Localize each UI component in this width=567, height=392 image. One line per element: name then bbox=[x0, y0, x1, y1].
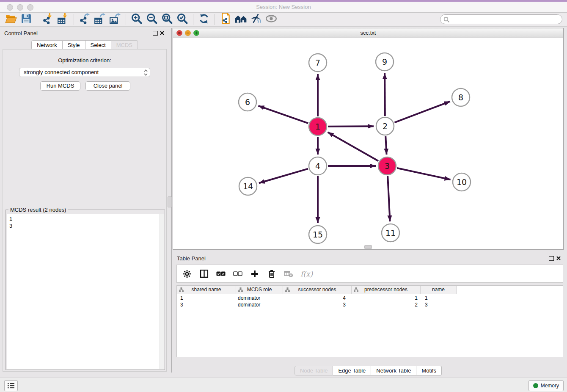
zoom-out-icon bbox=[146, 13, 158, 26]
edge-1-2[interactable] bbox=[328, 126, 374, 127]
graph-node-6[interactable]: 6 bbox=[239, 93, 256, 111]
export-image-button[interactable] bbox=[107, 13, 123, 26]
home-button[interactable] bbox=[233, 13, 248, 26]
tab-style[interactable]: Style bbox=[63, 40, 85, 50]
column-header-shared-name[interactable]: shared name bbox=[177, 286, 236, 294]
graph-node-15[interactable]: 15 bbox=[309, 226, 327, 243]
run-mcds-button[interactable]: Run MCDS bbox=[40, 81, 80, 91]
selected-option: strongly connected component bbox=[24, 69, 99, 75]
memory-status-icon bbox=[533, 383, 538, 388]
window-resize-grip[interactable] bbox=[364, 245, 372, 249]
open-session-button[interactable] bbox=[3, 13, 19, 26]
graph-node-1[interactable]: 1 bbox=[309, 118, 327, 135]
close-panel-button[interactable]: Close panel bbox=[85, 81, 130, 91]
graph-node-14[interactable]: 14 bbox=[239, 177, 257, 195]
show-hide-button[interactable] bbox=[264, 13, 279, 26]
zoom-in-button[interactable] bbox=[129, 13, 144, 26]
table-settings-button[interactable] bbox=[182, 269, 192, 279]
show-column-button[interactable] bbox=[199, 269, 209, 279]
column-header-successor-nodes[interactable]: successor nodes bbox=[283, 286, 352, 294]
graph-node-2[interactable]: 2 bbox=[376, 117, 394, 135]
zoom-out-button[interactable] bbox=[144, 13, 160, 26]
panel-divider-grip[interactable] bbox=[168, 196, 172, 207]
svg-text:2: 2 bbox=[383, 121, 388, 131]
import-network-button[interactable] bbox=[40, 13, 55, 26]
tab-network-table[interactable]: Network Table bbox=[371, 366, 416, 375]
svg-text:11: 11 bbox=[385, 228, 396, 237]
float-table-panel-icon[interactable] bbox=[549, 256, 554, 261]
graph-node-3[interactable]: 3 bbox=[378, 157, 396, 175]
memory-button[interactable]: Memory bbox=[528, 380, 564, 391]
network-canvas-svg: 1234678910111415 bbox=[173, 38, 563, 250]
first-neighbors-button[interactable] bbox=[218, 13, 233, 26]
zoom-selected-button[interactable] bbox=[175, 13, 190, 26]
task-history-button[interactable] bbox=[4, 380, 18, 391]
svg-text:4: 4 bbox=[315, 161, 320, 171]
graphics-details-button[interactable] bbox=[248, 13, 264, 26]
table-panel-title: Table Panel bbox=[177, 255, 206, 262]
import-table-button[interactable] bbox=[55, 13, 71, 26]
delete-column-button[interactable] bbox=[267, 269, 277, 279]
tab-motifs[interactable]: Motifs bbox=[416, 366, 442, 375]
float-panel-icon[interactable] bbox=[153, 31, 158, 36]
edge-2-8[interactable] bbox=[394, 102, 450, 123]
graph-node-10[interactable]: 10 bbox=[453, 173, 471, 191]
columns-icon bbox=[200, 269, 209, 278]
list-icon bbox=[7, 382, 15, 389]
optimization-criterion-select[interactable]: strongly connected component bbox=[19, 68, 150, 77]
tab-node-table[interactable]: Node Table bbox=[295, 366, 333, 375]
mcds-result-group: MCDS result (2 nodes) 1 3 bbox=[6, 210, 165, 370]
close-table-panel-icon[interactable] bbox=[556, 256, 561, 261]
edge-4-14[interactable] bbox=[259, 169, 308, 183]
tab-edge-table[interactable]: Edge Table bbox=[333, 366, 371, 375]
export-network-icon bbox=[79, 13, 91, 26]
toolbar-separator bbox=[126, 14, 126, 25]
graph-node-11[interactable]: 11 bbox=[382, 224, 399, 242]
export-table-icon bbox=[94, 13, 106, 26]
export-network-button[interactable] bbox=[77, 13, 92, 26]
search-icon bbox=[443, 17, 450, 23]
control-panel-tabs: Network Style Select MCDS bbox=[0, 40, 169, 50]
graph-node-7[interactable]: 7 bbox=[309, 54, 327, 72]
svg-text:10: 10 bbox=[457, 177, 467, 187]
mcds-result-title: MCDS result (2 nodes) bbox=[8, 207, 68, 213]
network-canvas[interactable]: 1234678910111415 bbox=[173, 38, 563, 249]
select-all-columns-button[interactable] bbox=[216, 269, 226, 279]
column-header-predecessor-nodes[interactable]: predecessor nodes bbox=[352, 286, 421, 294]
create-column-button[interactable] bbox=[250, 269, 260, 279]
export-table-button[interactable] bbox=[92, 13, 107, 26]
delete-table-icon bbox=[284, 270, 293, 278]
graph-node-9[interactable]: 9 bbox=[376, 53, 394, 71]
svg-text:15: 15 bbox=[313, 230, 323, 239]
tab-select[interactable]: Select bbox=[85, 40, 111, 50]
column-header-mcds-role[interactable]: MCDS role bbox=[236, 286, 283, 294]
edge-2-9[interactable] bbox=[385, 73, 385, 116]
main-titlebar: Session: New Session bbox=[0, 2, 567, 13]
graph-node-4[interactable]: 4 bbox=[309, 157, 327, 175]
edge-3-1[interactable] bbox=[328, 132, 378, 161]
svg-text:9: 9 bbox=[382, 57, 387, 66]
tab-network[interactable]: Network bbox=[31, 40, 63, 50]
result-scrollbar[interactable] bbox=[160, 214, 164, 369]
tab-mcds[interactable]: MCDS bbox=[111, 40, 138, 50]
edge-3-11[interactable] bbox=[388, 176, 390, 221]
save-session-button[interactable] bbox=[19, 13, 34, 26]
refresh-button[interactable] bbox=[196, 13, 212, 26]
eye-icon bbox=[265, 14, 278, 25]
zoom-fit-button[interactable] bbox=[160, 13, 175, 26]
search-input[interactable] bbox=[451, 15, 559, 24]
table-row[interactable]: 3 dominator 3 2 3 bbox=[177, 301, 457, 308]
edge-1-6[interactable] bbox=[258, 106, 308, 123]
control-panel-header: Control Panel bbox=[0, 28, 169, 40]
edge-3-10[interactable] bbox=[397, 168, 450, 179]
mcds-result-area[interactable]: 1 3 bbox=[7, 214, 164, 369]
table-row[interactable]: 1 dominator 4 1 1 bbox=[177, 295, 457, 301]
close-panel-icon[interactable] bbox=[160, 30, 165, 36]
edge-2-3[interactable] bbox=[385, 136, 386, 155]
graph-node-8[interactable]: 8 bbox=[452, 88, 470, 106]
column-header-name[interactable]: name bbox=[421, 286, 457, 294]
unselect-all-columns-button[interactable] bbox=[233, 269, 243, 279]
function-builder-button-disabled: f(x) bbox=[300, 270, 313, 278]
import-network-icon bbox=[42, 13, 54, 26]
zoom-fit-icon bbox=[161, 13, 173, 26]
